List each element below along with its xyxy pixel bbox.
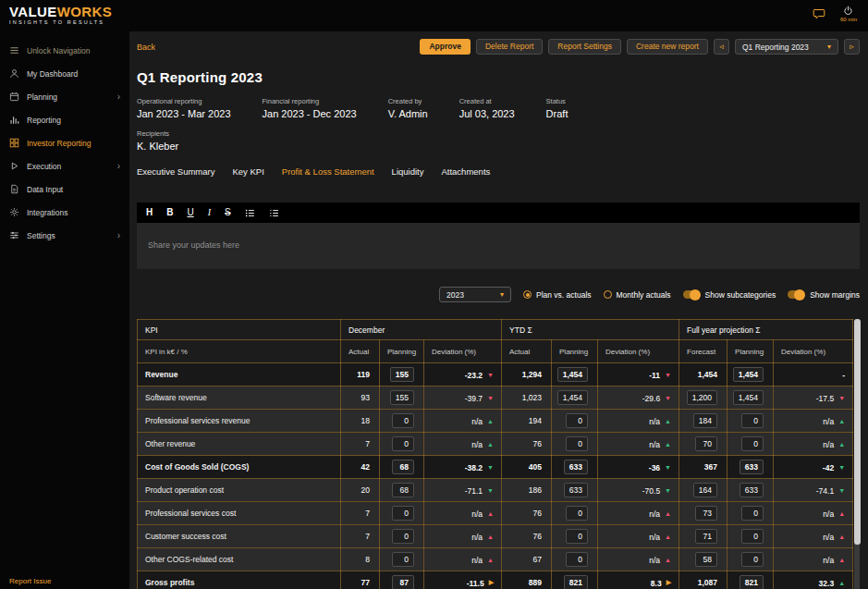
value-cell[interactable]: 1,454 (552, 387, 598, 410)
value-cell[interactable]: 633 (727, 456, 774, 479)
italic-button[interactable]: I (208, 208, 211, 217)
editable-value[interactable]: 0 (741, 506, 764, 521)
editable-value[interactable]: 71 (695, 529, 717, 544)
editable-value[interactable]: 0 (392, 436, 414, 451)
chat-icon[interactable] (813, 7, 825, 20)
back-link[interactable]: Back (137, 43, 155, 52)
editable-value[interactable]: 1,454 (557, 390, 588, 405)
editable-value[interactable]: 0 (741, 413, 764, 428)
value-cell[interactable]: 633 (552, 479, 598, 502)
bold-button[interactable]: B (166, 208, 173, 217)
report-issue-link[interactable]: Report Issue (9, 577, 51, 585)
editable-value[interactable]: 0 (566, 552, 588, 567)
value-cell[interactable]: 184 (679, 410, 727, 433)
value-cell[interactable]: 0 (552, 502, 598, 525)
editable-value[interactable]: 821 (564, 575, 588, 589)
value-cell[interactable]: 821 (727, 571, 774, 589)
toggle-show-subcategories[interactable]: Show subcategories (683, 290, 776, 300)
sidebar-item-my-dashboard[interactable]: My Dashboard (0, 62, 129, 85)
editable-value[interactable]: 0 (741, 529, 764, 544)
year-select[interactable]: 2023 ▾ (439, 287, 511, 302)
sidebar-item-reporting[interactable]: Reporting (0, 108, 129, 131)
value-cell[interactable]: 70 (679, 433, 727, 456)
heading-button[interactable]: H (146, 208, 153, 217)
editable-value[interactable]: 1,454 (557, 367, 588, 382)
value-cell[interactable]: 633 (727, 479, 774, 502)
value-cell[interactable]: 1,200 (679, 387, 727, 410)
delete-report-button[interactable]: Delete Report (476, 39, 543, 55)
value-cell[interactable]: 0 (727, 502, 774, 525)
editable-value[interactable]: 164 (693, 483, 717, 497)
editable-value[interactable]: 0 (392, 413, 414, 428)
vertical-scrollbar[interactable] (854, 319, 860, 589)
value-cell[interactable]: 633 (552, 456, 598, 479)
value-cell[interactable]: 155 (380, 363, 424, 387)
value-cell[interactable]: 0 (552, 548, 598, 571)
sidebar-item-data-input[interactable]: Data Input (0, 178, 129, 201)
sidebar-item-execution[interactable]: Execution› (0, 154, 129, 178)
radio-monthly-actuals[interactable]: Monthly actuals (604, 290, 671, 300)
value-cell[interactable]: 73 (679, 502, 727, 525)
tab-profit-loss-statement[interactable]: Profit & Loss Statement (282, 166, 374, 177)
editable-value[interactable]: 1,454 (733, 390, 764, 405)
value-cell[interactable]: 68 (380, 479, 424, 502)
editable-value[interactable]: 0 (392, 529, 414, 544)
editable-value[interactable]: 155 (390, 367, 414, 382)
toggle-show-margins[interactable]: Show margins (788, 290, 860, 300)
value-cell[interactable]: 0 (380, 433, 424, 456)
editable-value[interactable]: 68 (392, 460, 414, 474)
value-cell[interactable]: 87 (380, 571, 424, 589)
editable-value[interactable]: 155 (390, 390, 414, 405)
editable-value[interactable]: 87 (392, 575, 414, 589)
editable-value[interactable]: 0 (566, 413, 588, 428)
radio-plan-vs-actuals[interactable]: Plan vs. actuals (523, 290, 592, 300)
editable-value[interactable]: 0 (392, 506, 414, 521)
value-cell[interactable]: 58 (679, 548, 727, 571)
editable-value[interactable]: 633 (564, 460, 588, 474)
value-cell[interactable]: 68 (380, 456, 424, 479)
editable-value[interactable]: 1,200 (687, 390, 717, 405)
underline-button[interactable]: U (187, 208, 193, 217)
value-cell[interactable]: 71 (679, 525, 727, 548)
editable-value[interactable]: 0 (566, 506, 588, 521)
value-cell[interactable]: 0 (552, 525, 598, 548)
create-new-report-button[interactable]: Create new report (627, 39, 708, 55)
bullet-list-button[interactable] (245, 208, 255, 218)
value-cell[interactable]: 1,454 (727, 363, 774, 387)
sidebar-item-settings[interactable]: Settings› (0, 224, 129, 247)
value-cell[interactable]: 0 (380, 525, 424, 548)
value-cell[interactable]: 0 (727, 433, 774, 456)
editable-value[interactable]: 70 (695, 436, 717, 451)
value-cell[interactable]: 0 (380, 548, 424, 571)
editable-value[interactable]: 73 (695, 506, 717, 521)
sidebar-item-unlock-navigation[interactable]: Unlock Navigation (0, 39, 129, 62)
editable-value[interactable]: 68 (392, 483, 414, 497)
editable-value[interactable]: 0 (392, 552, 414, 567)
scrollbar-thumb[interactable] (854, 319, 861, 545)
editable-value[interactable]: 0 (741, 552, 764, 567)
editable-value[interactable]: 821 (740, 575, 764, 589)
strikethrough-button[interactable]: S (225, 208, 231, 217)
editable-value[interactable]: 184 (693, 413, 717, 428)
value-cell[interactable]: 0 (727, 525, 774, 548)
tab-key-kpi[interactable]: Key KPI (232, 166, 263, 177)
value-cell[interactable]: 1,454 (552, 363, 598, 387)
session-timeout[interactable]: 60 min (840, 6, 857, 22)
value-cell[interactable]: 0 (727, 548, 774, 571)
value-cell[interactable]: 155 (380, 387, 424, 410)
editable-value[interactable]: 633 (740, 483, 764, 497)
report-selector[interactable]: Q1 Reporting 2023 ▾ (735, 39, 838, 55)
value-cell[interactable]: 0 (552, 433, 598, 456)
editable-value[interactable]: 58 (695, 552, 717, 567)
editable-value[interactable]: 0 (566, 436, 588, 451)
approve-button[interactable]: Approve (420, 39, 470, 55)
report-settings-button[interactable]: Report Settings (548, 39, 621, 55)
ordered-list-button[interactable] (269, 208, 279, 218)
editable-value[interactable]: 633 (740, 460, 764, 474)
tab-executive-summary[interactable]: Executive Summary (137, 166, 214, 177)
sidebar-item-integrations[interactable]: Integrations (0, 201, 129, 224)
value-cell[interactable]: 0 (380, 502, 424, 525)
previous-report-button[interactable]: ◃ (714, 39, 729, 55)
tab-attachments[interactable]: Attachments (441, 166, 490, 177)
sidebar-item-investor-reporting[interactable]: Investor Reporting (0, 131, 129, 154)
